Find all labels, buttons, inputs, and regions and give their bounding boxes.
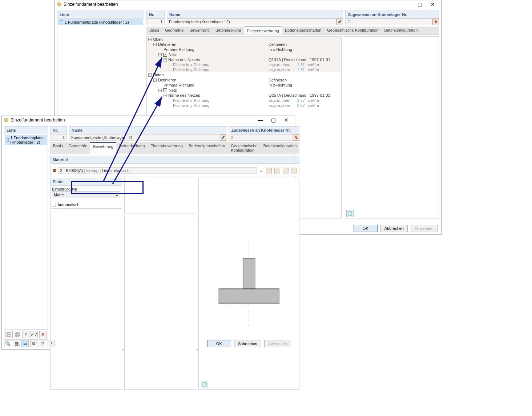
tree-primaere-richtung: Primäre Richtung (164, 47, 194, 52)
tree-oben: Oben (153, 37, 341, 41)
tree-flaeche-y-u: Fläche in y-Richtung (173, 103, 209, 108)
zoom-icon[interactable]: 🔍 (4, 340, 11, 347)
list-header-2: Liste (4, 126, 48, 134)
window-title: Einzelfundament bearbeiten (64, 2, 118, 7)
cancel-button-2[interactable]: Abbrechen (234, 340, 261, 347)
chevron-down-icon: ⌄ (115, 192, 118, 197)
new-material-icon[interactable] (274, 168, 280, 173)
view-mode-icon-2[interactable] (201, 381, 208, 388)
svg-rect-8 (219, 289, 279, 304)
tab-bar: Basis Geometrie Bewehrung Betondeckung P… (146, 27, 439, 35)
view-mode-icon[interactable] (346, 210, 354, 217)
edit-material-icon[interactable] (283, 168, 289, 173)
copy-item-icon[interactable] (14, 331, 21, 338)
ok-button-2[interactable]: OK (207, 340, 231, 347)
tree-flaeche-x: Fläche in x-Richtung (173, 63, 209, 67)
maximize-button[interactable]: ▢ (413, 1, 426, 8)
window-title-2: Einzelfundament bearbeiten (11, 117, 65, 123)
val-mesh1: Q131A | Deutschland - 1997-01-01 (269, 57, 340, 62)
rename-icon-2[interactable] (220, 134, 226, 141)
dialog-window-front: Einzelfundament bearbeiten — ▢ ✕ Liste 1… (1, 116, 295, 350)
check-icon[interactable]: ✓ (22, 331, 29, 338)
list-item[interactable]: 1 Fundamentplatte (Knotenlager : 2) (58, 19, 143, 25)
assigned-clear-icon[interactable]: ↯ (432, 19, 439, 25)
assigned-field-2[interactable]: 2 (229, 134, 293, 141)
minimize-button-2[interactable]: — (254, 117, 267, 123)
nr-header-2: Nr. (50, 126, 67, 134)
collapse-icon[interactable]: − (148, 73, 152, 77)
tree-flaeche-y: Fläche in y-Richtung (173, 68, 209, 72)
collapse-icon[interactable]: − (158, 89, 162, 92)
chevron-down-icon[interactable]: ⌄ (258, 168, 263, 173)
check-all-icon[interactable]: ✓✓ (31, 331, 38, 338)
cancel-button[interactable]: Abbrechen (380, 225, 408, 232)
tab-plattenbewehrung[interactable]: Plattenbewehrung (244, 27, 282, 35)
collapse-icon[interactable]: − (153, 43, 157, 46)
list-item-label-2: 1 Fundamentplatte (Knotenlager : 2) (10, 136, 45, 144)
tree-netzname: Name des Netzes (168, 57, 200, 62)
collapse-icon[interactable]: − (164, 58, 167, 61)
close-button-2[interactable]: ✕ (280, 117, 293, 123)
apply-button[interactable]: Anwenden (411, 225, 438, 232)
checkbox-netz-unten[interactable]: ✓ (163, 88, 167, 92)
assigned-clear-icon-2[interactable]: ↯ (293, 134, 299, 141)
tab-bodeneigenschaften-2[interactable]: Bodeneigenschaften (186, 142, 228, 154)
grid-icon[interactable]: ▦ (13, 340, 20, 347)
new-item-icon[interactable] (5, 331, 13, 338)
tab-plattenbewehrung-2[interactable]: Plattenbewehrung (148, 142, 186, 154)
tree-definieren-u: Definieren (158, 78, 176, 82)
tree-netzname-u: Name des Netzes (168, 93, 200, 97)
tab-bodeneigenschaften[interactable]: Bodeneigenschaften (282, 27, 324, 35)
rename-icon[interactable] (336, 19, 343, 25)
assigned-field[interactable]: 2 (345, 19, 432, 25)
collapse-icon[interactable]: − (148, 38, 152, 41)
name-field[interactable]: Fundamentplatte (Knotenlager : 2) (167, 19, 336, 25)
tab-betonkonfig[interactable]: Betonkonfiguration (382, 27, 421, 35)
minimize-button[interactable]: — (400, 1, 413, 8)
material-header: Material (50, 156, 299, 164)
select-icon[interactable]: ▭ (21, 340, 29, 347)
material-dropdown[interactable]: 2 - B500S(A) | Isotrop | Linear elastisc… (58, 167, 257, 174)
close-button[interactable]: ✕ (426, 1, 439, 8)
tab-betonkonfig-2[interactable]: Betonkonfiguration (261, 142, 300, 154)
tree-icon[interactable]: ⧉ (30, 340, 37, 347)
function-icon[interactable]: f (48, 340, 55, 347)
maximize-button-2[interactable]: ▢ (267, 117, 280, 123)
tree-flaeche-x-u: Fläche in x-Richtung (173, 98, 209, 103)
collapse-icon[interactable]: − (164, 94, 167, 97)
bewehrungstyp-dropdown[interactable]: Matte ⌄ (52, 191, 120, 198)
library-icon[interactable] (266, 168, 272, 173)
tab-betondeckung-2[interactable]: Betondeckung (116, 142, 148, 154)
delete-icon[interactable]: ✕ (39, 331, 47, 338)
tree-netz-u: Netz (169, 88, 177, 92)
tab-betondeckung[interactable]: Betondeckung (213, 27, 244, 35)
tab-basis-2[interactable]: Basis (50, 142, 66, 154)
material-settings-icon[interactable] (291, 168, 297, 173)
app-icon (4, 117, 9, 123)
ok-button[interactable]: OK (354, 225, 378, 232)
tab-bewehrung[interactable]: Bewehrung (186, 27, 213, 35)
tab-geokonfig-2[interactable]: Geotechnische Konfiguration (228, 142, 260, 154)
apply-button-2[interactable]: Anwenden (264, 340, 291, 347)
checkbox-automatisch[interactable] (52, 203, 56, 207)
tab-geometrie[interactable]: Geometrie (162, 27, 186, 35)
help-icon[interactable]: ? (39, 340, 46, 347)
nr-field-2[interactable]: 1 (50, 134, 67, 141)
nr-field[interactable]: 1 (146, 19, 165, 25)
bewehrungstyp-label: Bewehrungstyp (52, 187, 120, 191)
plate-header: Platte (50, 178, 122, 186)
tab-geokonfig[interactable]: Geotechnische Konfiguration (324, 27, 381, 35)
tab-geometrie-2[interactable]: Geometrie (66, 142, 90, 154)
collapse-icon[interactable]: − (158, 53, 162, 56)
collapse-icon[interactable]: − (153, 79, 157, 82)
name-field-2[interactable]: Fundamentplatte (Knotenlager : 2) (69, 134, 220, 141)
val-definieren: Definieren (269, 42, 340, 47)
list-header: Liste (57, 11, 144, 19)
list-item-2[interactable]: 1 Fundamentplatte (Knotenlager : 2) (5, 135, 47, 145)
item-color-icon (60, 20, 63, 24)
svg-point-2 (4, 118, 8, 122)
tab-basis[interactable]: Basis (146, 27, 162, 35)
tab-bewehrung-2[interactable]: Bewehrung (90, 142, 116, 154)
checkbox-netz-oben[interactable]: ✓ (163, 53, 167, 57)
list-item-label: 1 Fundamentplatte (Knotenlager : 2) (65, 20, 129, 24)
